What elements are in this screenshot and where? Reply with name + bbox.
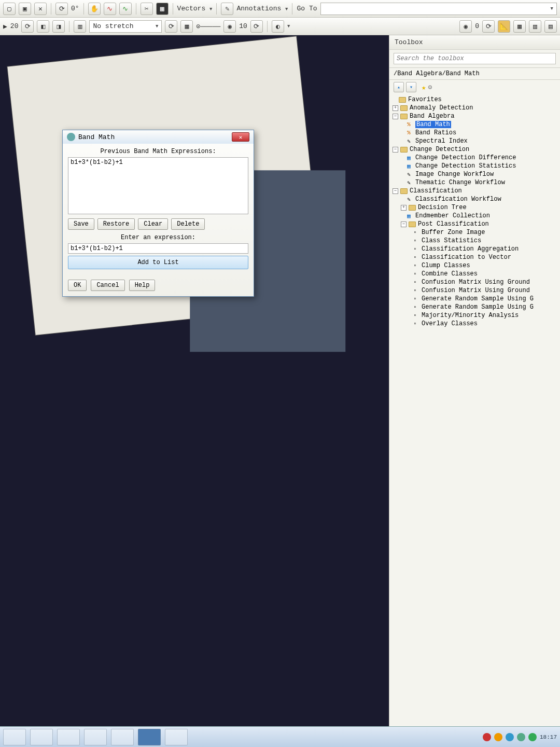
- expander-icon[interactable]: −: [401, 222, 407, 227]
- goto-input[interactable]: ▼: [320, 3, 557, 15]
- expander-icon[interactable]: −: [393, 114, 398, 119]
- toolbox-search-input[interactable]: [394, 53, 556, 64]
- taskbar-item[interactable]: [84, 729, 107, 745]
- delete-button[interactable]: Delete: [171, 218, 205, 230]
- taskbar[interactable]: 18:17: [0, 726, 560, 747]
- tree-item[interactable]: ▫Classification Aggregation: [389, 245, 560, 253]
- help-button[interactable]: Help: [129, 280, 156, 291]
- tray-icon[interactable]: [494, 733, 502, 741]
- tray-icon[interactable]: [517, 733, 525, 741]
- tree-item[interactable]: ▫Confusion Matrix Using Ground: [389, 286, 560, 295]
- taskbar-item[interactable]: [165, 729, 188, 745]
- tree-item[interactable]: ▫Confusion Matrix Using Ground: [389, 278, 560, 286]
- ok-button[interactable]: OK: [68, 280, 87, 291]
- tool-icon[interactable]: ✂: [141, 3, 153, 15]
- mask-icon[interactable]: ◐: [272, 20, 284, 33]
- cancel-button[interactable]: Cancel: [91, 280, 124, 291]
- tree-folder[interactable]: +Decision Tree: [389, 203, 560, 212]
- close-icon[interactable]: ✕: [232, 132, 249, 142]
- rotate-icon[interactable]: ⟳: [55, 3, 68, 15]
- tree-item[interactable]: ▦Change Detection Statistics: [389, 162, 560, 170]
- tool-icon[interactable]: ▦: [156, 3, 169, 15]
- expander-icon[interactable]: −: [393, 147, 398, 153]
- clock[interactable]: 18:17: [540, 734, 557, 740]
- tree-item[interactable]: ▫Clump Classes: [389, 261, 560, 270]
- tool-button[interactable]: ◧: [37, 20, 49, 33]
- vectors-dropdown[interactable]: Vectors ▼: [177, 5, 213, 12]
- annotation-icon[interactable]: ✎: [221, 3, 233, 15]
- tray-icon[interactable]: [506, 733, 514, 741]
- tree-item[interactable]: ✎Thematic Change Workflow: [389, 178, 560, 187]
- save-button[interactable]: Save: [68, 218, 94, 230]
- refresh-icon[interactable]: ⟳: [482, 20, 495, 33]
- tree-folder[interactable]: −Post Classification: [389, 220, 560, 228]
- window-button[interactable]: ▣: [19, 3, 31, 15]
- taskbar-item[interactable]: [30, 729, 53, 745]
- tree-item[interactable]: ▫Generate Random Sample Using G: [389, 295, 560, 303]
- tree-item[interactable]: ▫Generate Random Sample Using G: [389, 303, 560, 311]
- circle-icon[interactable]: ◉: [223, 20, 236, 33]
- slider[interactable]: ⊙─────: [196, 22, 220, 31]
- tree-folder[interactable]: −Change Detection: [389, 145, 560, 154]
- expression-input[interactable]: [68, 243, 248, 254]
- window-button[interactable]: ▢: [3, 3, 16, 15]
- restore-button[interactable]: Restore: [97, 218, 135, 230]
- tool-button[interactable]: ▥: [529, 20, 541, 33]
- window-button[interactable]: ✕: [34, 3, 47, 15]
- taskbar-item[interactable]: [111, 729, 134, 745]
- toolbox-tree[interactable]: Favorites +Anomaly Detection −Band Algeb…: [389, 94, 560, 726]
- tree-item[interactable]: ✎Image Change Workflow: [389, 170, 560, 178]
- gear-icon[interactable]: ⚙: [428, 83, 432, 91]
- tool-icon[interactable]: ∿: [104, 3, 116, 15]
- collapse-up-icon[interactable]: ▴: [394, 82, 404, 92]
- tree-item[interactable]: ▫Combine Classes: [389, 270, 560, 278]
- expression-item[interactable]: b1+3*(b1-b2)+1: [71, 159, 246, 166]
- tree-item[interactable]: %Band Ratios: [389, 129, 560, 137]
- refresh-icon[interactable]: ⟳: [21, 20, 34, 33]
- tray-icon[interactable]: [528, 733, 537, 741]
- tool-button[interactable]: ▦: [513, 20, 526, 33]
- system-tray[interactable]: 18:17: [483, 733, 557, 741]
- dialog-titlebar[interactable]: Band Math ✕: [63, 130, 254, 144]
- zoom-arrow-icon[interactable]: ▶: [3, 22, 7, 31]
- tray-icon[interactable]: [483, 733, 491, 741]
- tool-button[interactable]: ▤: [544, 20, 557, 33]
- refresh-icon[interactable]: ⟳: [165, 20, 177, 33]
- tree-item[interactable]: ▫Overlay Classes: [389, 320, 560, 328]
- tool-button[interactable]: ▦: [180, 20, 193, 33]
- taskbar-item[interactable]: [57, 729, 80, 745]
- tree-item[interactable]: ✎Classification Workflow: [389, 195, 560, 203]
- tree-folder[interactable]: −Classification: [389, 187, 560, 195]
- tree-item-band-math[interactable]: %Band Math: [389, 120, 560, 129]
- refresh-icon[interactable]: ⟳: [250, 20, 263, 33]
- tree-item[interactable]: ▫Buffer Zone Image: [389, 228, 560, 237]
- stretch-dropdown[interactable]: No stretch ▼: [89, 20, 162, 33]
- hand-icon[interactable]: ✋: [88, 3, 101, 15]
- histogram-icon[interactable]: ▥: [74, 20, 86, 33]
- taskbar-item[interactable]: [3, 729, 26, 745]
- tree-item[interactable]: ▫Classification to Vector: [389, 253, 560, 261]
- dropdown-icon[interactable]: ▼: [287, 24, 290, 29]
- tree-item[interactable]: ▦Endmember Collection: [389, 212, 560, 220]
- tree-folder[interactable]: −Band Algebra: [389, 112, 560, 120]
- taskbar-item[interactable]: [138, 729, 161, 745]
- tree-item[interactable]: ▫Majority/Minority Analysis: [389, 311, 560, 320]
- expander-icon[interactable]: +: [393, 105, 398, 111]
- ruler-icon[interactable]: 📐: [498, 20, 510, 33]
- annotations-dropdown[interactable]: Annotations ▼: [236, 5, 288, 12]
- tree-folder[interactable]: Favorites: [389, 95, 560, 104]
- tree-item[interactable]: ▦Change Detection Difference: [389, 154, 560, 162]
- expressions-listbox[interactable]: b1+3*(b1-b2)+1: [68, 157, 248, 214]
- expander-icon[interactable]: −: [393, 188, 398, 194]
- expander-icon[interactable]: +: [401, 205, 407, 211]
- add-to-list-button[interactable]: Add to List: [68, 256, 248, 269]
- star-icon[interactable]: ★: [422, 83, 426, 92]
- tree-item[interactable]: ✎Spectral Index: [389, 137, 560, 145]
- circle-icon[interactable]: ◉: [459, 20, 472, 33]
- tool-button[interactable]: ◨: [52, 20, 65, 33]
- tree-folder[interactable]: +Anomaly Detection: [389, 104, 560, 112]
- clear-button[interactable]: Clear: [138, 218, 168, 230]
- tool-icon[interactable]: ∿: [119, 3, 132, 15]
- expand-down-icon[interactable]: ▾: [406, 82, 416, 92]
- tree-item[interactable]: ▫Class Statistics: [389, 237, 560, 245]
